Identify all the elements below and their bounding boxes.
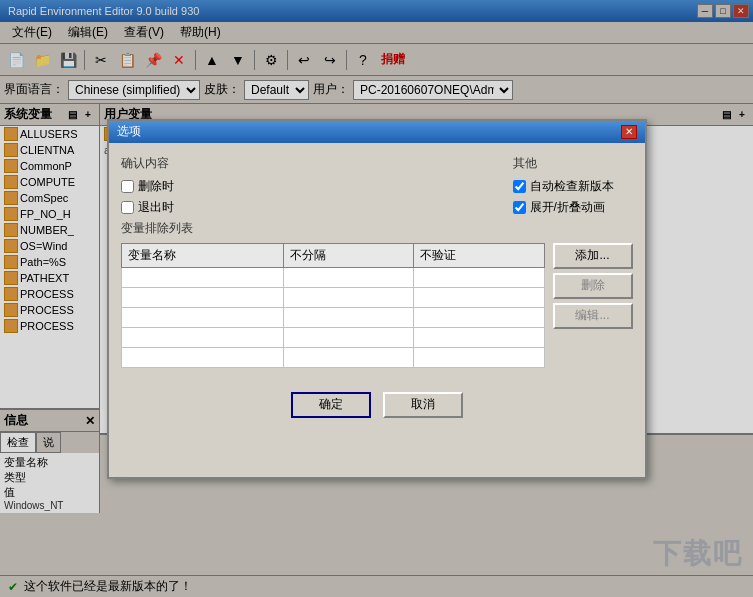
options-dialog: 选项 ✕ 确认内容 删除时 退出时 [107,119,647,479]
var-exclude-section: 变量排除列表 变量名称 不分隔 不验证 [121,220,633,376]
table-cell-empty2 [283,267,413,287]
table-cell-empty12 [414,327,544,347]
table-row-empty2 [121,287,544,307]
table-cell-empty15 [414,347,544,367]
ok-button[interactable]: 确定 [291,392,371,418]
table-cell-empty9 [414,307,544,327]
dialog-close-button[interactable]: ✕ [621,125,637,139]
checkbox-autoupdate-row: 自动检查新版本 [513,178,633,195]
other-title: 其他 [513,155,633,172]
var-exclude-table-container: 变量名称 不分隔 不验证 [121,243,545,376]
table-row-empty5 [121,347,544,367]
checkbox-autoupdate[interactable] [513,180,526,193]
delete-button[interactable]: 删除 [553,273,633,299]
cancel-button[interactable]: 取消 [383,392,463,418]
table-cell-empty13 [121,347,283,367]
var-exclude-table: 变量名称 不分隔 不验证 [121,243,545,368]
dialog-overlay: 选项 ✕ 确认内容 删除时 退出时 [0,0,753,597]
app-window: Rapid Environment Editor 9.0 build 930 ─… [0,0,753,513]
table-cell-empty14 [283,347,413,367]
checkbox-delete[interactable] [121,180,134,193]
table-cell-empty3 [414,267,544,287]
checkbox-autoupdate-label: 自动检查新版本 [530,178,614,195]
table-header-nosplit: 不分隔 [283,243,413,267]
checkbox-exit[interactable] [121,201,134,214]
checkbox-animation[interactable] [513,201,526,214]
table-action-buttons: 添加... 删除 编辑... [553,243,633,376]
dialog-title-bar: 选项 ✕ [109,121,645,143]
checkbox-delete-label: 删除时 [138,178,174,195]
table-cell-empty6 [414,287,544,307]
edit-button[interactable]: 编辑... [553,303,633,329]
var-exclude-title: 变量排除列表 [121,220,633,237]
dialog-top-section: 确认内容 删除时 退出时 其他 [121,155,633,220]
table-header-noverify: 不验证 [414,243,544,267]
table-row-empty [121,267,544,287]
table-cell-empty4 [121,287,283,307]
add-button[interactable]: 添加... [553,243,633,269]
checkbox-delete-row: 删除时 [121,178,497,195]
dialog-title-text: 选项 [117,123,141,140]
checkbox-exit-label: 退出时 [138,199,174,216]
checkbox-animation-label: 展开/折叠动画 [530,199,605,216]
dialog-confirm-section: 确认内容 删除时 退出时 [121,155,497,220]
table-cell-empty1 [121,267,283,287]
table-row-empty3 [121,307,544,327]
table-header-name: 变量名称 [121,243,283,267]
dialog-other-section: 其他 自动检查新版本 展开/折叠动画 [513,155,633,220]
table-cell-empty7 [121,307,283,327]
confirm-title: 确认内容 [121,155,497,172]
checkbox-animation-row: 展开/折叠动画 [513,199,633,216]
table-cell-empty5 [283,287,413,307]
checkbox-exit-row: 退出时 [121,199,497,216]
table-row-empty4 [121,327,544,347]
dialog-body: 确认内容 删除时 退出时 其他 [109,143,645,430]
var-exclude-table-area: 变量名称 不分隔 不验证 [121,243,633,376]
table-cell-empty8 [283,307,413,327]
table-cell-empty10 [121,327,283,347]
table-cell-empty11 [283,327,413,347]
dialog-footer-buttons: 确定 取消 [121,392,633,418]
